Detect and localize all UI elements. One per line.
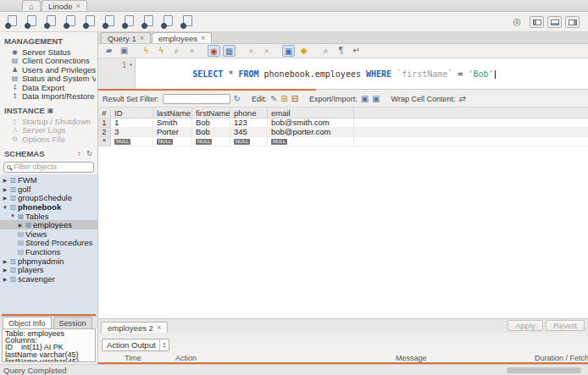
new-schema-icon[interactable] [64,14,77,29]
output-column-duration[interactable]: Duration / Fetch [532,353,588,362]
tab-query-1[interactable]: Query 1× [101,32,151,43]
output-column-action[interactable]: Action [173,353,393,362]
revert-button[interactable]: Revert [546,320,585,331]
close-icon[interactable]: × [76,2,80,10]
sidebar-item-data-export[interactable]: ↧Data Export [3,83,96,92]
cell-id[interactable]: 3 [111,128,153,137]
cell-phone[interactable]: 345 [230,128,268,137]
sidebar-item-server-logs[interactable]: ⚠Server Logs [3,126,96,135]
tree-item-golf[interactable]: ▶▥golf [0,185,97,194]
export-recordset-icon[interactable]: ▣ [361,94,369,104]
toggle-bottom-panel-button[interactable] [547,16,562,28]
sidebar-item-client-connections[interactable]: ▤Client Connections [3,57,96,66]
row-number[interactable]: * [98,137,111,146]
beautify-icon[interactable]: ◆ [297,45,310,57]
cell-lastname[interactable]: Smith [153,119,192,128]
toggle-left-panel-button[interactable] [530,16,544,28]
reconnect-dbms-icon[interactable] [180,14,194,29]
column-header-phone[interactable]: phone [230,108,268,118]
stop-on-error-icon[interactable]: ◉ [208,45,220,57]
tree-item-views[interactable]: ▤Views [0,229,97,239]
column-header-rownum[interactable]: # [98,108,111,118]
chevron-right-icon[interactable]: ▶ [2,258,8,264]
connection-tab-linode[interactable]: Linode × [42,0,87,11]
tab-employees[interactable]: employees× [152,32,212,43]
tab-object-info[interactable]: Object Info [3,317,52,328]
sidebar-item-server-status[interactable]: ◉Server Status [3,47,96,57]
new-table-icon[interactable] [83,14,97,29]
action-output-dropdown[interactable]: Action Output ▲▼ [102,339,169,351]
sql-text[interactable]: SELECT * FROM phonebook.employees WHERE … [136,58,496,89]
chevron-right-icon[interactable]: ▶ [2,267,8,273]
sidebar-item-users-privileges[interactable]: ♟Users and Privileges [3,65,96,74]
tab-employees-2[interactable]: employees 2× [101,322,168,333]
horizontal-scrollbar[interactable] [507,367,581,373]
chevron-right-icon[interactable]: ▶ [2,177,8,183]
autocommit-icon[interactable]: ▣ [282,45,295,57]
refresh-schemas-icon[interactable]: ↻ [86,150,92,157]
chevron-right-icon[interactable]: ▶ [2,186,8,192]
new-procedure-icon[interactable] [122,14,136,29]
output-column-time[interactable]: Time [122,353,173,362]
invisibles-icon[interactable]: ¶ [335,45,347,57]
dashboard-icon[interactable]: ◎ [513,16,521,27]
column-header-lastname[interactable]: lastName [153,108,192,118]
close-icon[interactable]: × [157,323,161,332]
cell-phone[interactable]: 123 [230,119,268,128]
cell-null[interactable]: NULL [230,137,268,146]
tree-item-stored-procedures[interactable]: ▤Stored Procedures [0,239,97,248]
tree-item-scavenger[interactable]: ▶▥scavenger [0,274,97,284]
chevron-down-icon[interactable]: ▼ [9,213,16,218]
sidebar-item-options-file[interactable]: ⚙Options File [3,135,96,144]
editor-result-splitter[interactable] [98,89,588,91]
new-connection-icon[interactable] [44,14,58,29]
result-filter-input[interactable] [163,94,230,104]
table-row[interactable]: 2 3 Porter Bob 345 bob@porter.com [98,128,588,137]
tree-item-phpmyadmin[interactable]: ▶▥phpmyadmin [0,256,97,266]
tree-item-functions[interactable]: ▤Functions [0,247,97,256]
cell-id[interactable]: 1 [111,119,153,128]
execute-current-icon[interactable]: ϟ [155,45,168,57]
cell-firstname[interactable]: Bob [192,119,230,128]
tree-item-fwm[interactable]: ▶▥FWM [0,176,97,185]
schema-filter-input[interactable] [14,163,81,171]
apply-button[interactable]: Apply [508,320,543,331]
find-icon[interactable]: ⌕ [319,45,332,57]
column-header-email[interactable]: email [268,108,354,118]
table-row[interactable]: 1 1 Smith Bob 123 bob@smith.com [98,119,588,128]
wrap-text-icon[interactable]: ↵ [350,45,363,57]
cell-null[interactable]: NULL [153,137,192,146]
execute-icon[interactable]: ϟ [140,45,153,57]
schema-filter-box[interactable] [3,162,94,173]
cell-null[interactable]: NULL [111,137,153,146]
cell-null[interactable]: NULL [192,137,230,146]
wrap-cell-content-icon[interactable]: ⇄ [458,94,465,104]
refresh-icon[interactable]: ↻ [234,94,241,104]
tree-item-phonebook[interactable]: ▼▥phonebook [0,202,97,212]
new-view-icon[interactable] [103,14,116,29]
new-query-tab-icon[interactable] [5,14,19,29]
home-tab[interactable]: ⌂ [22,0,41,11]
toggle-right-panel-button[interactable] [565,16,580,28]
delete-row-icon[interactable]: ⊟ [291,94,298,104]
search-data-icon[interactable] [161,14,175,29]
chevron-right-icon[interactable]: ▶ [17,222,24,228]
table-row-new[interactable]: * NULL NULL NULL NULL NULL [98,137,588,146]
output-column-message[interactable]: Message [393,353,532,362]
cell-lastname[interactable]: Porter [153,128,192,137]
expand-schemas-icon[interactable]: ↕ [77,150,80,157]
save-script-icon[interactable]: ▣ [118,45,130,57]
close-icon[interactable]: × [201,34,205,42]
tree-item-groupschedule[interactable]: ▶▥groupSchedule [0,194,97,203]
chevron-right-icon[interactable]: ▶ [2,276,8,282]
limit-rows-icon[interactable]: ▦ [223,45,236,57]
sidebar-item-status-system-variables[interactable]: ▤Status and System Variables [3,74,96,84]
edit-record-icon[interactable]: ✎ [270,94,277,104]
tab-session[interactable]: Session [53,317,92,328]
sidebar-item-startup-shutdown[interactable]: ▯Startup / Shutdown [3,117,96,126]
cell-firstname[interactable]: Bob [192,128,230,137]
new-function-icon[interactable] [141,14,155,29]
column-header-firstname[interactable]: firstName [192,108,230,118]
import-records-icon[interactable]: ▣ [372,94,380,104]
close-icon[interactable]: × [140,34,144,42]
